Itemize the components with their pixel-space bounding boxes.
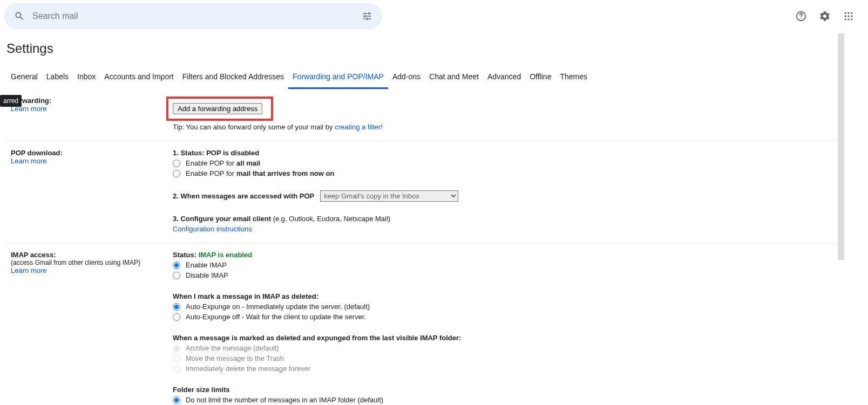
imap-delete-forever-label: Immediately delete the message forever	[186, 365, 310, 373]
search-icon[interactable]	[9, 5, 30, 27]
apps-icon[interactable]	[838, 5, 859, 27]
pop-enable-now-row: Enable POP for mail that arrives from no…	[173, 169, 836, 177]
pop-label-col: POP download: Learn more	[11, 149, 173, 235]
pop-enable-all-row: Enable POP for all mail	[173, 159, 836, 167]
forwarding-tip: Tip: You can also forward only some of y…	[173, 123, 836, 131]
tab-forwarding[interactable]: Forwarding and POP/IMAP	[288, 68, 388, 89]
pop-enable-now-radio[interactable]	[173, 170, 180, 177]
svg-point-6	[847, 15, 849, 17]
tooltip-starred: arred	[0, 95, 22, 107]
imap-enable-label: Enable IMAP	[186, 261, 227, 269]
search-input[interactable]	[30, 11, 356, 21]
pop-enable-all-radio[interactable]	[173, 160, 180, 167]
tab-offline[interactable]: Offline	[525, 68, 555, 89]
pop-learn-more-link[interactable]: Learn more	[11, 157, 46, 165]
imap-trash-row: Move the message to the Trash	[173, 354, 836, 362]
tab-chat[interactable]: Chat and Meet	[425, 68, 483, 89]
tab-addons[interactable]: Add-ons	[388, 68, 425, 89]
settings-body: Forwarding: Learn more Add a forwarding …	[6, 89, 868, 405]
imap-folder-heading: Folder size limits	[173, 386, 836, 394]
imap-delete-forever-radio	[173, 365, 180, 373]
header-bar	[0, 0, 868, 32]
tab-general[interactable]: General	[6, 68, 42, 89]
imap-content: Status: IMAP is enabled Enable IMAP Disa…	[173, 251, 836, 405]
svg-point-3	[847, 12, 849, 14]
forwarding-label: Forwarding:	[11, 97, 173, 105]
pop-enable-all-bold: all mail	[236, 159, 260, 167]
imap-archive-row: Archive the message (default)	[173, 344, 836, 352]
tab-accounts[interactable]: Accounts and Import	[100, 68, 178, 89]
imap-expunge-off-row: Auto-Expunge off - Wait for the client t…	[173, 313, 836, 321]
pop-enable-all-prefix: Enable POP for	[186, 159, 234, 167]
imap-expunge-off-label: Auto-Expunge off - Wait for the client t…	[186, 313, 366, 321]
tab-themes[interactable]: Themes	[555, 68, 592, 89]
imap-enable-radio[interactable]	[173, 262, 180, 269]
forwarding-content: Add a forwarding address Tip: You can al…	[173, 97, 836, 133]
pop-config-instructions-link[interactable]: Configuration instructions	[173, 225, 252, 233]
content-area: Settings General Labels Inbox Accounts a…	[0, 32, 868, 405]
imap-status-value: IMAP is enabled	[199, 251, 252, 259]
imap-expunge-on-label: Auto-Expunge on - Immediately update the…	[186, 303, 370, 311]
imap-expunge-on-row: Auto-Expunge on - Immediately update the…	[173, 303, 836, 311]
imap-disable-radio[interactable]	[173, 272, 180, 279]
svg-point-4	[851, 12, 852, 14]
tab-filters[interactable]: Filters and Blocked Addresses	[178, 68, 288, 89]
svg-point-8	[845, 18, 846, 20]
scrollbar-thumb[interactable]	[838, 33, 844, 260]
pop-accessed-row: 2. When messages are accessed with POP k…	[173, 190, 836, 202]
tab-labels[interactable]: Labels	[42, 68, 73, 89]
imap-trash-radio	[173, 355, 180, 362]
section-forwarding: Forwarding: Learn more Add a forwarding …	[6, 89, 836, 141]
svg-point-9	[847, 18, 849, 20]
header-actions	[790, 5, 864, 27]
imap-status-prefix: Status:	[173, 251, 199, 259]
imap-disable-label: Disable IMAP	[186, 271, 228, 279]
imap-learn-more-link[interactable]: Learn more	[11, 266, 46, 274]
imap-label-col: IMAP access: (access Gmail from other cl…	[11, 251, 173, 405]
imap-delete-forever-row: Immediately delete the message forever	[173, 365, 836, 373]
imap-status: Status: IMAP is enabled	[173, 251, 836, 259]
svg-point-7	[851, 15, 852, 17]
imap-trash-label: Move the message to the Trash	[186, 354, 284, 362]
pop-status-prefix: 1. Status:	[173, 149, 206, 157]
pop-label: POP download:	[11, 149, 173, 157]
svg-point-2	[845, 12, 846, 14]
imap-archive-radio	[173, 345, 180, 352]
imap-expunge-on-radio[interactable]	[173, 303, 180, 311]
imap-archive-label: Archive the message (default)	[186, 344, 279, 352]
tab-advanced[interactable]: Advanced	[483, 68, 525, 89]
imap-deleted-heading: When I mark a message in IMAP as deleted…	[173, 292, 836, 300]
support-icon[interactable]	[790, 5, 812, 27]
pop-enable-now-prefix: Enable POP for	[186, 169, 234, 177]
imap-disable-row: Disable IMAP	[173, 271, 836, 279]
pop-configure-bold: 3. Configure your email client	[173, 215, 273, 223]
pop-configure-row: 3. Configure your email client (e.g. Out…	[173, 215, 836, 223]
svg-point-1	[801, 18, 801, 19]
svg-point-5	[845, 15, 846, 17]
scrollbar-track[interactable]	[837, 33, 845, 405]
svg-point-10	[851, 18, 852, 20]
search-options-icon[interactable]	[356, 5, 378, 27]
imap-label: IMAP access:	[11, 251, 173, 259]
imap-no-limit-row: Do not limit the number of messages in a…	[173, 396, 836, 404]
imap-no-limit-radio[interactable]	[173, 396, 180, 404]
create-filter-link[interactable]: creating a filter!	[335, 123, 383, 131]
pop-enable-now-bold: mail that arrives from now on	[236, 169, 334, 177]
imap-no-limit-label: Do not limit the number of messages in a…	[186, 396, 383, 404]
forwarding-tip-text: Tip: You can also forward only some of y…	[173, 123, 335, 131]
page-title: Settings	[6, 32, 868, 60]
pop-action-select[interactable]: keep Gmail's copy in the Inbox	[320, 190, 458, 202]
pop-content: 1. Status: POP is disabled Enable POP fo…	[173, 149, 836, 235]
add-forwarding-address-button[interactable]: Add a forwarding address	[173, 103, 262, 114]
highlight-add-forwarding: Add a forwarding address	[166, 97, 273, 121]
section-imap: IMAP access: (access Gmail from other cl…	[6, 243, 836, 405]
settings-tabs: General Labels Inbox Accounts and Import…	[6, 60, 868, 89]
search-container	[4, 3, 382, 29]
tab-inbox[interactable]: Inbox	[73, 68, 100, 89]
pop-accessed-label: 2. When messages are accessed with POP	[173, 192, 314, 200]
settings-icon[interactable]	[814, 5, 836, 27]
imap-expunged-heading: When a message is marked as deleted and …	[173, 334, 836, 342]
imap-expunge-off-radio[interactable]	[173, 313, 180, 321]
section-pop: POP download: Learn more 1. Status: POP …	[6, 141, 836, 243]
pop-configure-rest: (e.g. Outlook, Eudora, Netscape Mail)	[273, 215, 391, 223]
